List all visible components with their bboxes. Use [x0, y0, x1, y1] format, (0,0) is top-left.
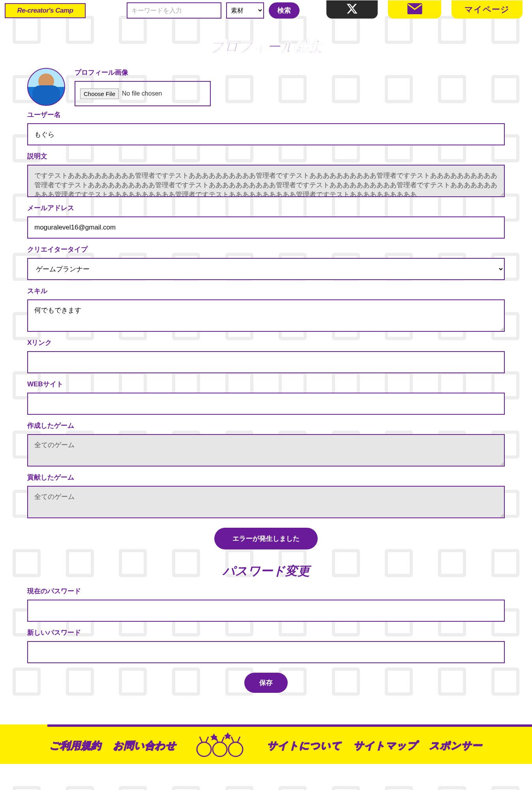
current-password-input[interactable]	[27, 600, 505, 622]
file-input-box[interactable]: Choose File No file chosen	[75, 81, 211, 106]
new-password-input[interactable]	[27, 641, 505, 663]
current-password-label: 現在のパスワード	[27, 587, 505, 596]
page-title: プロフィール編集	[27, 38, 505, 56]
svg-point-3	[229, 742, 243, 756]
created-games-textarea[interactable]	[27, 434, 505, 466]
website-input[interactable]	[27, 393, 505, 415]
file-chosen-text: No file chosen	[122, 90, 162, 97]
error-button[interactable]: エラーが発生しました	[214, 528, 318, 549]
created-games-label: 作成したゲーム	[27, 421, 505, 430]
save-button[interactable]: 保存	[244, 673, 288, 693]
skill-textarea[interactable]	[27, 299, 505, 332]
mail-button[interactable]	[388, 0, 441, 19]
creator-type-select[interactable]: ゲームプランナー	[27, 258, 505, 280]
svg-point-2	[213, 742, 227, 756]
footer-link-terms[interactable]: ご利用規約	[50, 739, 101, 752]
footer-link-sitemap[interactable]: サイトマップ	[354, 739, 418, 752]
password-section-title: パスワード変更	[27, 563, 505, 579]
footer-decoration-icon	[188, 734, 255, 757]
profile-image-label: プロフィール画像	[75, 68, 505, 77]
contributed-games-textarea[interactable]	[27, 486, 505, 518]
website-label: WEBサイト	[27, 380, 505, 389]
username-input[interactable]	[27, 123, 505, 145]
footer-link-contact[interactable]: お問い合わせ	[113, 739, 176, 752]
description-textarea[interactable]	[27, 165, 505, 197]
description-label: 説明文	[27, 152, 505, 161]
footer: ご利用規約 お問い合わせ サイトについて サイトマップ スポンサー	[0, 724, 532, 764]
svg-point-1	[197, 742, 211, 756]
avatar	[27, 68, 65, 106]
email-input[interactable]	[27, 216, 505, 239]
skill-label: スキル	[27, 286, 505, 295]
logo[interactable]: Re-creator's Camp	[5, 3, 86, 18]
category-select[interactable]: 素材	[226, 2, 264, 19]
contributed-games-label: 貢献したゲーム	[27, 473, 505, 482]
header: Re-creator's Camp 素材 検索 マイページ	[0, 0, 532, 22]
footer-link-sponsor[interactable]: スポンサー	[429, 739, 482, 752]
new-password-label: 新しいパスワード	[27, 628, 505, 637]
x-link-input[interactable]	[27, 351, 505, 373]
mypage-button[interactable]: マイページ	[451, 0, 523, 19]
creator-type-label: クリエイタータイプ	[27, 245, 505, 254]
x-twitter-button[interactable]	[326, 0, 378, 19]
footer-link-about[interactable]: サイトについて	[267, 739, 342, 752]
search-button[interactable]: 検索	[269, 2, 300, 19]
username-label: ユーザー名	[27, 110, 505, 119]
choose-file-button[interactable]: Choose File	[80, 88, 119, 99]
mail-icon	[407, 3, 422, 16]
x-icon	[346, 3, 358, 16]
search-input[interactable]	[127, 2, 221, 19]
x-link-label: Xリンク	[27, 338, 505, 347]
main-content: プロフィール編集 プロフィール画像 Choose File No file ch…	[27, 38, 505, 693]
email-label: メールアドレス	[27, 203, 505, 213]
